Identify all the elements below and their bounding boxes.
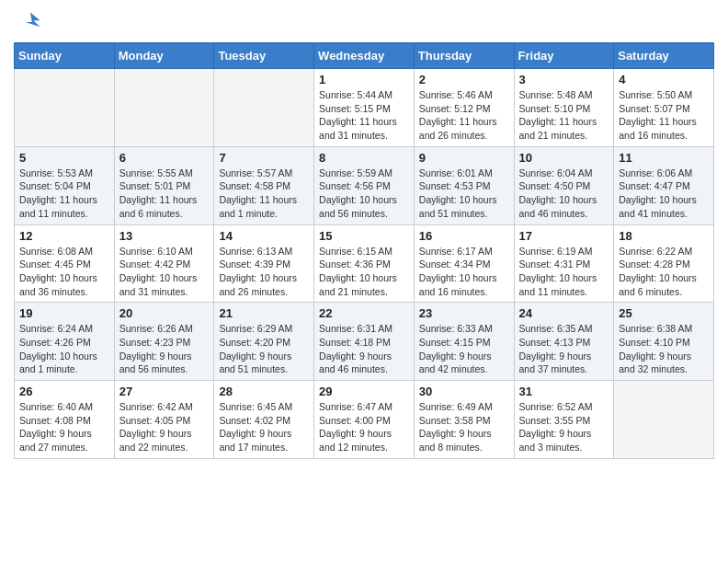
calendar-day-cell: 25Sunrise: 6:38 AM Sunset: 4:10 PM Dayli… [614,303,714,381]
calendar-day-cell: 21Sunrise: 6:29 AM Sunset: 4:20 PM Dayli… [214,303,314,381]
weekday-header: Wednesday [314,43,415,69]
day-info: Sunrise: 5:53 AM Sunset: 5:04 PM Dayligh… [19,167,109,221]
day-info: Sunrise: 6:08 AM Sunset: 4:45 PM Dayligh… [19,245,109,299]
day-number: 13 [119,229,210,243]
day-info: Sunrise: 6:31 AM Sunset: 4:18 PM Dayligh… [319,322,409,376]
day-number: 26 [19,385,109,398]
weekday-header: Thursday [414,43,514,69]
day-info: Sunrise: 6:22 AM Sunset: 4:28 PM Dayligh… [619,245,709,299]
day-number: 25 [619,306,709,320]
day-number: 8 [319,151,409,165]
day-number: 22 [319,306,409,320]
day-number: 17 [519,229,609,243]
day-number: 20 [119,306,210,320]
calendar-day-cell: 2Sunrise: 5:46 AM Sunset: 5:12 PM Daylig… [414,69,514,147]
calendar-day-cell [15,69,115,147]
day-number: 6 [119,151,210,165]
calendar-table: SundayMondayTuesdayWednesdayThursdayFrid… [14,42,714,459]
calendar-day-cell: 28Sunrise: 6:45 AM Sunset: 4:02 PM Dayli… [214,381,314,459]
day-number: 27 [119,385,210,398]
calendar-day-cell: 4Sunrise: 5:50 AM Sunset: 5:07 PM Daylig… [614,69,714,147]
calendar-week-row: 12Sunrise: 6:08 AM Sunset: 4:45 PM Dayli… [15,224,714,303]
day-info: Sunrise: 5:48 AM Sunset: 5:10 PM Dayligh… [519,88,609,143]
calendar-day-cell: 27Sunrise: 6:42 AM Sunset: 4:05 PM Dayli… [114,381,214,459]
calendar-day-cell: 5Sunrise: 5:53 AM Sunset: 5:04 PM Daylig… [15,146,115,224]
day-info: Sunrise: 6:15 AM Sunset: 4:36 PM Dayligh… [319,245,409,299]
day-info: Sunrise: 5:44 AM Sunset: 5:15 PM Dayligh… [319,88,409,143]
calendar-day-cell: 29Sunrise: 6:47 AM Sunset: 4:00 PM Dayli… [314,381,415,459]
day-info: Sunrise: 6:01 AM Sunset: 4:53 PM Dayligh… [419,167,509,221]
day-info: Sunrise: 6:26 AM Sunset: 4:23 PM Dayligh… [119,322,210,376]
calendar-day-cell: 10Sunrise: 6:04 AM Sunset: 4:50 PM Dayli… [514,146,614,224]
day-number: 29 [319,385,409,398]
day-number: 14 [219,229,309,243]
day-info: Sunrise: 6:29 AM Sunset: 4:20 PM Dayligh… [219,322,309,376]
calendar-day-cell: 13Sunrise: 6:10 AM Sunset: 4:42 PM Dayli… [114,224,214,303]
calendar-week-row: 5Sunrise: 5:53 AM Sunset: 5:04 PM Daylig… [15,146,714,224]
calendar-day-cell: 7Sunrise: 5:57 AM Sunset: 4:58 PM Daylig… [214,146,314,224]
calendar-day-cell: 14Sunrise: 6:13 AM Sunset: 4:39 PM Dayli… [214,224,314,303]
day-number: 4 [619,73,709,86]
day-number: 10 [519,151,609,165]
calendar-day-cell: 9Sunrise: 6:01 AM Sunset: 4:53 PM Daylig… [414,146,514,224]
day-info: Sunrise: 6:13 AM Sunset: 4:39 PM Dayligh… [219,245,309,299]
day-number: 2 [419,73,509,86]
header [14,9,714,35]
calendar-day-cell: 15Sunrise: 6:15 AM Sunset: 4:36 PM Dayli… [314,224,415,303]
logo-bird-icon [17,9,43,35]
day-number: 7 [219,151,309,165]
day-info: Sunrise: 5:50 AM Sunset: 5:07 PM Dayligh… [619,88,709,143]
day-number: 1 [319,73,409,86]
day-info: Sunrise: 6:40 AM Sunset: 4:08 PM Dayligh… [19,400,109,454]
day-info: Sunrise: 5:55 AM Sunset: 5:01 PM Dayligh… [119,167,210,221]
logo [14,9,43,35]
calendar-day-cell: 17Sunrise: 6:19 AM Sunset: 4:31 PM Dayli… [514,224,614,303]
weekday-header: Saturday [614,43,714,69]
day-number: 9 [419,151,509,165]
calendar-day-cell: 20Sunrise: 6:26 AM Sunset: 4:23 PM Dayli… [114,303,214,381]
day-info: Sunrise: 6:06 AM Sunset: 4:47 PM Dayligh… [619,167,709,221]
calendar-day-cell: 24Sunrise: 6:35 AM Sunset: 4:13 PM Dayli… [514,303,614,381]
day-number: 19 [19,306,109,320]
day-info: Sunrise: 6:19 AM Sunset: 4:31 PM Dayligh… [519,245,609,299]
day-number: 23 [419,306,509,320]
calendar-day-cell: 8Sunrise: 5:59 AM Sunset: 4:56 PM Daylig… [314,146,415,224]
day-number: 16 [419,229,509,243]
calendar-day-cell: 6Sunrise: 5:55 AM Sunset: 5:01 PM Daylig… [114,146,214,224]
day-info: Sunrise: 5:57 AM Sunset: 4:58 PM Dayligh… [219,167,309,221]
calendar-week-row: 1Sunrise: 5:44 AM Sunset: 5:15 PM Daylig… [15,69,714,147]
day-number: 3 [519,73,609,86]
day-info: Sunrise: 5:59 AM Sunset: 4:56 PM Dayligh… [319,167,409,221]
day-info: Sunrise: 5:46 AM Sunset: 5:12 PM Dayligh… [419,88,509,143]
day-info: Sunrise: 6:42 AM Sunset: 4:05 PM Dayligh… [119,400,210,454]
calendar-day-cell: 30Sunrise: 6:49 AM Sunset: 3:58 PM Dayli… [414,381,514,459]
day-number: 12 [19,229,109,243]
calendar-day-cell [214,69,314,147]
day-number: 5 [19,151,109,165]
calendar-day-cell: 11Sunrise: 6:06 AM Sunset: 4:47 PM Dayli… [614,146,714,224]
day-number: 28 [219,385,309,398]
calendar-day-cell: 3Sunrise: 5:48 AM Sunset: 5:10 PM Daylig… [514,69,614,147]
day-number: 30 [419,385,509,398]
day-info: Sunrise: 6:35 AM Sunset: 4:13 PM Dayligh… [519,322,609,376]
day-info: Sunrise: 6:47 AM Sunset: 4:00 PM Dayligh… [319,400,409,454]
day-info: Sunrise: 6:38 AM Sunset: 4:10 PM Dayligh… [619,322,709,376]
day-info: Sunrise: 6:45 AM Sunset: 4:02 PM Dayligh… [219,400,309,454]
calendar-day-cell: 22Sunrise: 6:31 AM Sunset: 4:18 PM Dayli… [314,303,415,381]
day-number: 24 [519,306,609,320]
calendar-day-cell: 1Sunrise: 5:44 AM Sunset: 5:15 PM Daylig… [314,69,415,147]
calendar-day-cell: 31Sunrise: 6:52 AM Sunset: 3:55 PM Dayli… [514,381,614,459]
calendar-day-cell: 19Sunrise: 6:24 AM Sunset: 4:26 PM Dayli… [15,303,115,381]
calendar-day-cell: 18Sunrise: 6:22 AM Sunset: 4:28 PM Dayli… [614,224,714,303]
calendar-day-cell [614,381,714,459]
day-info: Sunrise: 6:10 AM Sunset: 4:42 PM Dayligh… [119,245,210,299]
day-info: Sunrise: 6:17 AM Sunset: 4:34 PM Dayligh… [419,245,509,299]
day-info: Sunrise: 6:33 AM Sunset: 4:15 PM Dayligh… [419,322,509,376]
calendar-day-cell: 16Sunrise: 6:17 AM Sunset: 4:34 PM Dayli… [414,224,514,303]
day-info: Sunrise: 6:24 AM Sunset: 4:26 PM Dayligh… [19,322,109,376]
weekday-header: Friday [514,43,614,69]
calendar-week-row: 19Sunrise: 6:24 AM Sunset: 4:26 PM Dayli… [15,303,714,381]
weekday-header: Sunday [15,43,115,69]
weekday-header: Tuesday [214,43,314,69]
day-number: 21 [219,306,309,320]
